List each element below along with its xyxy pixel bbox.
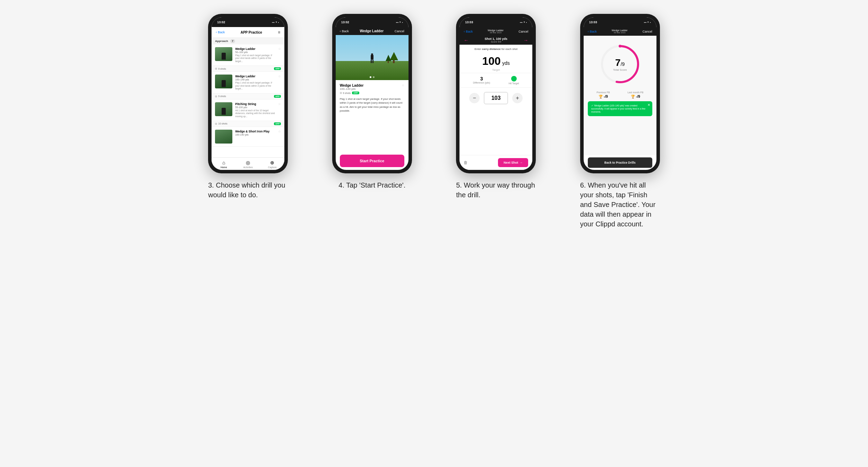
detail-shots: ◎ 9 shots APP bbox=[340, 92, 404, 94]
shot-bottom: 🗑 Next Shot → bbox=[459, 155, 532, 170]
drill-thumb-4 bbox=[215, 130, 232, 144]
back-button-2[interactable]: ‹ Back bbox=[340, 29, 349, 33]
phone-section-2: 13:02 ▪▪▪ ▾ ▪ ‹ Back Wedge Ladder C bbox=[315, 14, 429, 190]
cancel-button-4[interactable]: Cancel bbox=[643, 30, 652, 33]
difference-value: 3 bbox=[473, 76, 490, 81]
score-circle-container: 7/9 Total Score bbox=[599, 43, 641, 85]
shot-header-title: Wedge Ladder bbox=[488, 29, 504, 32]
star-icon-1[interactable]: ☆ bbox=[278, 47, 281, 51]
drill-detail: Wedge Ladder 100–140 yds ☆ ◎ 9 shots APP… bbox=[336, 80, 409, 152]
toast-message: 'Wedge Ladder (100–140 yds)' was created… bbox=[591, 104, 645, 113]
shots-info-3: ◎ 10 shots bbox=[215, 122, 227, 125]
phone-4-header: ‹ Back Wedge Ladder 06 Mar 2023 Cancel bbox=[584, 27, 656, 36]
drill-item-3[interactable]: Pitching String 55-100 yds Hit 1 shot at… bbox=[212, 100, 284, 121]
phone-3-time: 13:03 bbox=[465, 20, 473, 24]
increment-button[interactable]: + bbox=[512, 93, 523, 103]
next-shot-button[interactable]: Next Shot → bbox=[498, 158, 528, 167]
phone-1: 13:02 ▪▪▪ ▾ ▪ ‹ Back APP Practice ≡ bbox=[208, 14, 288, 173]
capture-icon: ⊕ bbox=[270, 160, 274, 165]
prev-shot-arrow[interactable]: ← bbox=[464, 37, 469, 43]
phone-3-status: ▪▪▪ ▾ ▪ bbox=[520, 21, 527, 24]
phone-1-notch: 13:02 ▪▪▪ ▾ ▪ bbox=[212, 17, 284, 27]
drill-info-3: Pitching String 55-100 yds Hit 1 shot at… bbox=[235, 102, 275, 118]
start-practice-button[interactable]: Start Practice bbox=[340, 155, 404, 167]
cancel-button-3[interactable]: Cancel bbox=[518, 30, 528, 33]
phone-section-1: 13:02 ▪▪▪ ▾ ▪ ‹ Back APP Practice ≡ bbox=[191, 14, 305, 200]
target-yds: 100 bbox=[482, 55, 500, 67]
section-approach: Approach 7 bbox=[212, 38, 284, 44]
drill-item-1[interactable]: Wedge Ladder 50–100 yds Play 1 shot at e… bbox=[212, 44, 284, 66]
nav-home[interactable]: ⌂ Home bbox=[212, 160, 236, 168]
phone-4-time: 13:03 bbox=[589, 20, 597, 24]
checkmark-icon: ✓ bbox=[591, 104, 594, 107]
score-display: 7/9 bbox=[613, 57, 627, 68]
cancel-button-2[interactable]: Cancel bbox=[395, 29, 404, 33]
badge-1: APP bbox=[274, 67, 281, 70]
shots-info-2: ◎ 9 shots bbox=[215, 95, 226, 98]
phone-4-status: ▪▪▪ ▾ ▪ bbox=[644, 21, 651, 24]
signal-icon-4: ▪▪▪ bbox=[644, 21, 646, 24]
phone-3-notch: 13:03 ▪▪▪ ▾ ▪ bbox=[459, 17, 532, 27]
signal-icon-2: ▪▪▪ bbox=[396, 21, 398, 24]
stat-difference: 3 Difference (yds) bbox=[473, 76, 490, 85]
shot-header-date: 06 Mar 2023 bbox=[488, 32, 504, 34]
difference-label: Difference (yds) bbox=[473, 81, 490, 84]
success-toast: ✓ 'Wedge Ladder (100–140 yds)' was creat… bbox=[588, 101, 652, 116]
phone-2-time: 13:02 bbox=[341, 20, 349, 24]
last-month-value: 🏆 -/9 bbox=[627, 95, 643, 98]
back-button-4[interactable]: ‹ Back bbox=[588, 30, 597, 33]
phone-section-4: 13:03 ▪▪▪ ▾ ▪ ‹ Back Wedge Ladde bbox=[563, 14, 677, 229]
decrement-button[interactable]: − bbox=[469, 93, 480, 103]
drill-desc-1: Play 1 shot at each target yardage. If y… bbox=[235, 54, 275, 63]
star-icon-4[interactable]: ☆ bbox=[278, 130, 281, 133]
trophy-icon-1: 🏆 bbox=[599, 95, 603, 98]
wifi-icon-2: ▾ bbox=[399, 21, 401, 24]
drill-thumb-2 bbox=[215, 75, 232, 88]
phone-2-notch: 13:02 ▪▪▪ ▾ ▪ bbox=[336, 17, 409, 27]
section-count: 7 bbox=[230, 39, 235, 43]
phone-4: 13:03 ▪▪▪ ▾ ▪ ‹ Back Wedge Ladde bbox=[580, 14, 660, 173]
distance-input[interactable]: 103 bbox=[484, 92, 508, 104]
drill-info-2: Wedge Ladder 100–140 yds Play 1 shot at … bbox=[235, 75, 275, 90]
result-body: 7/9 Total Score Previous PB 🏆 -/9 bbox=[584, 36, 656, 155]
caption-2: 4. Tap 'Start Practice'. bbox=[338, 180, 405, 190]
badge-3: APP bbox=[274, 122, 281, 125]
result-header-title: Wedge Ladder bbox=[612, 29, 628, 32]
star-icon-3[interactable]: ☆ bbox=[278, 102, 281, 106]
stats-row: 3 Difference (yds) Hit Target bbox=[459, 73, 532, 88]
menu-icon-1[interactable]: ≡ bbox=[278, 30, 280, 35]
drill-item-2[interactable]: Wedge Ladder 100–140 yds Play 1 shot at … bbox=[212, 72, 284, 93]
drill-title-1: Wedge Ladder bbox=[235, 47, 275, 51]
phone-2-header: ‹ Back Wedge Ladder Cancel bbox=[336, 27, 409, 35]
delete-button[interactable]: 🗑 bbox=[464, 160, 468, 165]
nav-capture-label: Capture bbox=[268, 166, 277, 168]
target-unit: yds bbox=[502, 60, 510, 66]
drill-info-4: Wedge & Short Iron Play 100-140 yds bbox=[235, 130, 275, 137]
nav-capture[interactable]: ⊕ Capture bbox=[260, 160, 284, 168]
drill-thumb-3 bbox=[215, 102, 232, 116]
dot-1 bbox=[370, 76, 371, 78]
caption-1: 3. Choose which drill you would like to … bbox=[208, 180, 288, 200]
back-button-1[interactable]: ‹ Back bbox=[216, 31, 225, 34]
image-dots bbox=[370, 76, 375, 78]
pb-row: Previous PB 🏆 -/9 Last month PB 🏆 bbox=[588, 91, 652, 98]
score-center: 7/9 Total Score bbox=[613, 57, 627, 71]
nav-home-label: Home bbox=[221, 166, 227, 168]
back-button-3[interactable]: ‹ Back bbox=[464, 30, 473, 33]
drill-yards-3: 55-100 yds bbox=[235, 106, 275, 109]
nav-activities[interactable]: ◎ Activities bbox=[236, 160, 260, 168]
drill-item-4[interactable]: Wedge & Short Iron Play 100-140 yds ☆ bbox=[212, 127, 284, 147]
star-icon-2[interactable]: ☆ bbox=[278, 75, 281, 78]
caption-4: 6. When you've hit all your shots, tap '… bbox=[580, 180, 660, 229]
back-to-practice-button[interactable]: Back to Practice Drills bbox=[588, 157, 652, 168]
toast-close-icon[interactable]: ✕ bbox=[647, 103, 650, 107]
caption-3: 5. Work your way through the drill. bbox=[456, 180, 536, 200]
dot-2 bbox=[373, 76, 375, 78]
home-icon: ⌂ bbox=[222, 160, 225, 165]
phone-1-time: 13:02 bbox=[217, 20, 225, 24]
next-shot-arrow[interactable]: → bbox=[523, 37, 528, 43]
star-icon-detail[interactable]: ☆ bbox=[402, 84, 404, 87]
drill-footer-3: ◎ 10 shots APP bbox=[212, 121, 284, 127]
detail-header: Wedge Ladder 100–140 yds ☆ bbox=[340, 84, 404, 90]
wifi-icon-4: ▾ bbox=[647, 21, 649, 24]
